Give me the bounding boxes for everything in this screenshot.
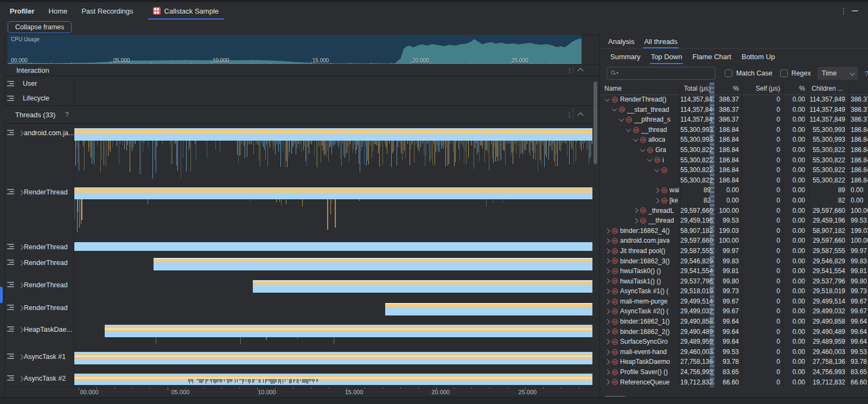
table-row[interactable]: m __thread 55,300,993 186.84 0 0.00 55,3…: [600, 125, 868, 135]
thread-row[interactable]: HeapTaskDae...: [4, 323, 599, 345]
table-row[interactable]: m AsyncTask #1() ( 29,518,019 99.73 0 0.…: [600, 286, 868, 296]
table-row[interactable]: m Profile Saver() () 24,756,993 83.65 0 …: [600, 367, 868, 377]
thread-row[interactable]: RenderThread: [4, 277, 599, 300]
search-field[interactable]: [607, 67, 716, 80]
table-row[interactable]: m binder:16862_3() 29,546,829 99.83 0 0.…: [600, 256, 868, 267]
chevron-right-icon[interactable]: [18, 190, 24, 195]
tab-summary[interactable]: Summary: [609, 49, 642, 64]
tree-expand-icon[interactable]: [626, 127, 631, 132]
table-row[interactable]: m __start_thread 114,357,849 386.37 0 0.…: [600, 105, 868, 115]
thread-row[interactable]: RenderThread: [4, 300, 599, 323]
interaction-row[interactable]: Lifecycle: [4, 91, 599, 105]
tree-expand-icon[interactable]: [605, 289, 610, 294]
chevron-right-icon[interactable]: [18, 261, 24, 266]
table-row[interactable]: m 55,300,822 186.84 0 0.00 55,300,822 18…: [600, 165, 868, 175]
tree-expand-icon[interactable]: [654, 167, 660, 172]
chevron-right-icon[interactable]: [18, 327, 24, 333]
column-header-total-s-[interactable]: Total (μs): [680, 83, 713, 94]
thread-row[interactable]: AsyncTask #1: [4, 345, 599, 370]
thread-track[interactable]: [74, 345, 592, 370]
kebab-menu-icon[interactable]: ⋮: [840, 2, 847, 20]
tree-expand-icon[interactable]: [612, 106, 617, 112]
tab-top-down[interactable]: Top Down: [650, 49, 684, 64]
track-handle-icon[interactable]: [7, 243, 15, 249]
table-row[interactable]: m binder:16862_2() 29,490,489 99.64 0 0.…: [600, 327, 868, 337]
thread-row-header[interactable]: RenderThread: [4, 254, 74, 277]
tree-expand-icon[interactable]: [605, 228, 610, 233]
tab-home[interactable]: Home: [49, 7, 68, 15]
chevron-right-icon[interactable]: [18, 283, 24, 288]
thread-row[interactable]: RenderThread: [4, 239, 599, 254]
table-row[interactable]: m hwuiTask1() () 29,537,796 99.80 0 0.00…: [600, 276, 868, 287]
section-menu-icon[interactable]: ⋮: [566, 111, 573, 119]
thread-row-header[interactable]: RenderThread: [4, 277, 74, 300]
tab-bottom-up[interactable]: Bottom Up: [741, 49, 776, 64]
column-header--[interactable]: %: [783, 83, 808, 94]
column-header--[interactable]: %: [713, 83, 742, 94]
regex-checkbox[interactable]: [780, 70, 788, 77]
thread-track[interactable]: [74, 300, 592, 323]
thread-row-header[interactable]: RenderThread: [4, 185, 74, 239]
table-row[interactable]: m AsyncTask #2() ( 29,499,032 99.67 0 0.…: [600, 306, 868, 317]
table-row[interactable]: m __pthread_s 114,357,849 386.37 0 0.00 …: [600, 115, 868, 125]
active-tool-indicator[interactable]: [0, 287, 3, 303]
track-handle-icon[interactable]: [7, 259, 15, 265]
track-handle-icon[interactable]: [7, 353, 15, 359]
tree-expand-icon[interactable]: [619, 116, 624, 122]
table-row[interactable]: m ReferenceQueue 19,712,832 66.60 0 0.00…: [600, 377, 868, 387]
tree-expand-icon[interactable]: [605, 339, 610, 345]
track-handle-icon[interactable]: [7, 375, 15, 381]
tree-expand-icon[interactable]: [633, 208, 639, 213]
search-icon[interactable]: [611, 70, 618, 77]
thread-track[interactable]: [74, 323, 592, 345]
tree-expand-icon[interactable]: [605, 238, 610, 244]
thread-row-header[interactable]: AsyncTask #2: [4, 370, 74, 387]
chevron-right-icon[interactable]: [18, 131, 24, 136]
thread-row-header[interactable]: HeapTaskDae...: [4, 323, 74, 345]
track-handle-icon[interactable]: [7, 304, 15, 310]
collapse-frames-button[interactable]: Collapse frames: [8, 21, 72, 33]
help-icon[interactable]: ?: [865, 70, 868, 78]
tree-expand-icon[interactable]: [647, 156, 653, 162]
tree-expand-icon[interactable]: [633, 218, 639, 223]
track-handle-icon[interactable]: [7, 129, 15, 135]
column-header-children-[interactable]: Children ...: [808, 83, 848, 94]
table-row[interactable]: m alloca 55,300,993 186.84 0 0.00 55,300…: [600, 135, 868, 145]
interaction-section-header[interactable]: Interaction ⋮: [4, 64, 599, 76]
tab-past-recordings[interactable]: Past Recordings: [81, 7, 133, 15]
vertical-scrollbar[interactable]: [593, 81, 597, 164]
table-row[interactable]: m _threadL 29,597,660 100.00 0 0.00 29,5…: [600, 206, 868, 216]
table-row[interactable]: m i 55,300,822 186.84 0 0.00 55,300,822 …: [600, 155, 868, 166]
tree-expand-icon[interactable]: [605, 309, 610, 314]
thread-row[interactable]: AsyncTask #2: [4, 370, 599, 387]
tab-all-threads[interactable]: All threads: [643, 35, 678, 48]
track-handle-icon[interactable]: [7, 188, 15, 194]
column-header-name[interactable]: Name: [600, 83, 680, 94]
help-icon[interactable]: ?: [65, 111, 69, 118]
collapse-section-icon[interactable]: [577, 112, 583, 118]
tab-analysis[interactable]: Analysis: [607, 35, 635, 48]
thread-track[interactable]: [74, 277, 592, 300]
table-row[interactable]: m __thread 29,459,196 99.53 0 0.00 29,45…: [600, 216, 868, 226]
minimize-icon[interactable]: [852, 10, 858, 11]
thread-track[interactable]: [74, 185, 592, 239]
thread-track[interactable]: [74, 370, 592, 387]
thread-row-header[interactable]: RenderThread: [4, 239, 74, 254]
table-row[interactable]: m binder:16862_1() 29,490,858 99.64 0 0.…: [600, 317, 868, 327]
table-row[interactable]: m RenderThread() 114,357,849 386.37 0 0.…: [600, 94, 868, 105]
thread-row-header[interactable]: RenderThread: [4, 300, 74, 323]
table-row[interactable]: m mali-event-hand 29,460,003 99.53 0 0.0…: [600, 347, 868, 357]
thread-row-header[interactable]: AsyncTask #1: [4, 345, 74, 370]
column-header-self-s-[interactable]: Self (μs): [742, 83, 783, 94]
threads-section-header[interactable]: Threads (33) ? ⋮: [4, 105, 599, 124]
search-input[interactable]: [621, 69, 715, 78]
track-handle-icon[interactable]: [7, 281, 15, 287]
tab-callstack-sample[interactable]: Callstack Sample: [148, 2, 224, 20]
interaction-row[interactable]: User: [4, 76, 599, 91]
tree-expand-icon[interactable]: [633, 136, 639, 142]
tree-expand-icon[interactable]: [605, 329, 610, 334]
thread-row[interactable]: RenderThread: [4, 254, 599, 277]
chevron-right-icon[interactable]: [18, 355, 24, 360]
thread-track[interactable]: [74, 239, 592, 254]
table-row[interactable]: m HeapTaskDaemo 27,758,136 93.78 0 0.00 …: [600, 357, 868, 367]
